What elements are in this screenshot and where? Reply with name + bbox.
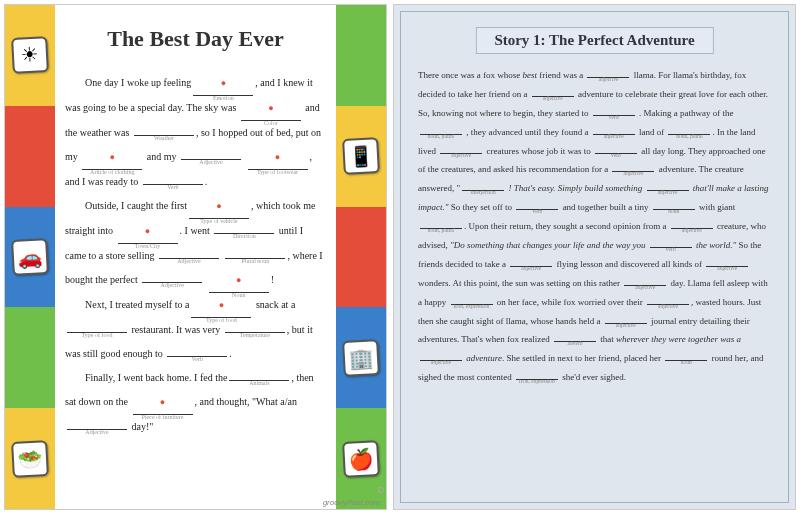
blank-r13[interactable]: noun — [653, 209, 695, 210]
blank-r22[interactable]: adjective — [605, 323, 647, 324]
blank-r24[interactable]: adjective — [420, 360, 462, 361]
blank-adjective-3[interactable]: Adjective — [142, 282, 202, 283]
blank-adjective-1[interactable]: Adjective — [181, 159, 241, 160]
worksheet-left: + ☀ 🚗 🥗 The Best Day Ever One day I woke… — [4, 4, 387, 510]
blank-plural[interactable]: Plural noun — [225, 258, 285, 259]
building-icon: 🏢 — [342, 339, 380, 377]
right-border-column: 📱 🏢 🍎 — [336, 5, 386, 509]
blank-r6[interactable]: noun, plural — [668, 134, 710, 135]
blank-r25[interactable]: noun — [665, 360, 707, 361]
blank-r14[interactable]: noun, plural — [420, 228, 462, 229]
blank-r8[interactable]: verb — [595, 153, 637, 154]
blank-adjective-4[interactable]: Adjective — [67, 429, 127, 430]
food-icon: 🥗 — [11, 440, 49, 478]
blank-adjective-2[interactable]: Adjective — [159, 258, 219, 259]
blank-verb-2[interactable]: Verb — [167, 356, 227, 357]
blank-r11[interactable]: adjective — [647, 190, 689, 191]
blank-r21[interactable]: adjective — [647, 304, 689, 305]
blank-furniture[interactable]: ●Piece of furniture — [133, 390, 193, 415]
blank-verb-1[interactable]: Verb — [143, 184, 203, 185]
blank-noun[interactable]: ●Noun — [209, 268, 269, 293]
blank-r12[interactable]: verb — [516, 209, 558, 210]
blank-r23[interactable]: adverb — [554, 341, 596, 342]
right-title: Story 1: The Perfect Adventure — [475, 27, 713, 54]
blank-footwear[interactable]: ●Type of footwear — [248, 145, 308, 170]
blank-r19[interactable]: adjective — [624, 285, 666, 286]
right-story: There once was a fox whose best friend w… — [418, 66, 771, 387]
blank-r9[interactable]: adjective — [612, 171, 654, 172]
blank-weather[interactable]: Weather — [134, 135, 194, 136]
blank-animals[interactable]: Animals — [229, 380, 289, 381]
apple-icon: 🍎 — [342, 440, 380, 478]
sun-icon: ☀ — [11, 36, 49, 74]
blank-food-2[interactable]: Type of food — [67, 332, 127, 333]
blank-r3[interactable]: verb — [593, 115, 635, 116]
blank-clothing[interactable]: ●Article of clothing — [82, 145, 142, 170]
blank-r20[interactable]: icon, expression — [451, 304, 493, 305]
blank-r16[interactable]: verb — [650, 247, 692, 248]
blank-food-1[interactable]: ●Type of food — [191, 293, 251, 318]
blank-r26[interactable]: icon, expression — [516, 379, 558, 380]
blank-r15[interactable]: adjective — [671, 228, 713, 229]
left-story: One day I woke up feeling ●Emotion, and … — [65, 71, 326, 439]
phone-icon: 📱 — [342, 137, 380, 175]
blank-r18[interactable]: adjective — [706, 266, 748, 267]
blank-r17[interactable]: adjective — [510, 266, 552, 267]
blank-r4[interactable]: noun, plural — [420, 134, 462, 135]
blank-r2[interactable]: adjective — [532, 96, 574, 97]
blank-r5[interactable]: adjective — [593, 134, 635, 135]
resize-handle-icon — [378, 487, 384, 493]
blank-r1[interactable]: adjective — [587, 77, 629, 78]
left-title: The Best Day Ever — [65, 15, 326, 63]
blank-temp[interactable]: Temperature — [225, 332, 285, 333]
blank-vehicle[interactable]: ●Type of vehicle — [189, 194, 249, 219]
attribution: groovyPost.com — [323, 498, 380, 507]
blank-emotion[interactable]: ●Emotion — [193, 71, 253, 96]
blank-direction[interactable]: Direction — [214, 233, 274, 234]
blank-r7[interactable]: adjective — [440, 153, 482, 154]
left-border-column: ☀ 🚗 🥗 — [5, 5, 55, 509]
car-icon: 🚗 — [11, 238, 49, 276]
blank-town[interactable]: ●Town/City — [118, 219, 178, 244]
blank-color[interactable]: ●Color — [241, 96, 301, 121]
worksheet-right: Story 1: The Perfect Adventure There onc… — [393, 4, 796, 510]
blank-r10[interactable]: interjection — [462, 190, 504, 191]
left-content: The Best Day Ever One day I woke up feel… — [55, 5, 336, 509]
